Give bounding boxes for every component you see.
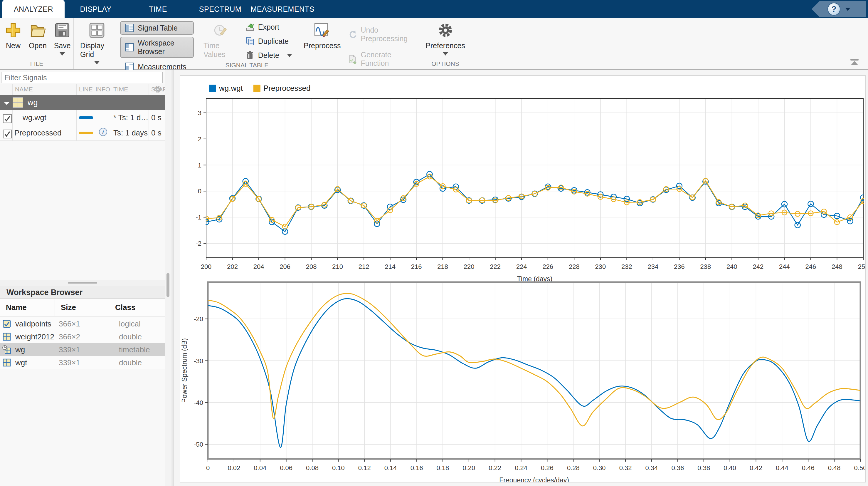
splitter-handle-icon[interactable] [68, 282, 97, 284]
duplicate-label: Duplicate [258, 37, 289, 46]
tab-time[interactable]: TIME [127, 0, 189, 18]
svg-text:236: 236 [674, 263, 685, 270]
svg-text:0.28: 0.28 [567, 464, 580, 471]
series-Preprocessed[interactable] [206, 177, 863, 227]
tab-measurements[interactable]: MEASUREMENTS [251, 0, 314, 18]
svg-text:0.24: 0.24 [515, 464, 527, 471]
svg-text:Power Spectrum (dB): Power Spectrum (dB) [181, 338, 188, 403]
workspace-browser-title: Workspace Browser [0, 286, 165, 298]
legend-swatch-Preprocessed[interactable] [253, 85, 260, 92]
scrollbar-thumb[interactable] [166, 273, 169, 297]
time-values-button[interactable]: Time Values [204, 21, 238, 59]
group-collapse-icon[interactable] [4, 102, 9, 105]
export-icon [245, 22, 255, 32]
variable-size: 339×1 [53, 345, 113, 354]
export-button[interactable]: Export [243, 21, 294, 33]
variable-class: logical [113, 319, 141, 328]
signal-row-wg.wgt[interactable]: wg.wgt* Ts: 1 d…0 s [0, 110, 165, 125]
svg-text:220: 220 [464, 263, 474, 270]
svg-text:0.38: 0.38 [698, 464, 710, 471]
svg-text:0.20: 0.20 [463, 464, 475, 471]
generate-function-button[interactable]: Generate Function [346, 49, 419, 69]
undo-preprocessing-icon [348, 30, 357, 39]
section-label-file: FILE [0, 60, 73, 69]
svg-text:246: 246 [805, 263, 816, 270]
ribbon-section-layout: Display Grid Signal Table Worksp [74, 18, 197, 69]
svg-text:210: 210 [332, 263, 343, 270]
preferences-button[interactable]: Preferences [426, 21, 465, 56]
signal-table-toggle[interactable]: Signal Table [120, 21, 194, 35]
tab-display[interactable]: DISPLAY [65, 0, 127, 18]
panel-divider[interactable] [172, 70, 174, 486]
display-grid-caret-icon[interactable] [94, 61, 99, 64]
column-header-time[interactable]: TIME [111, 84, 149, 95]
svg-text:-1: -1 [195, 213, 202, 221]
workspace-browser-toggle[interactable]: Workspace Browser [120, 37, 194, 58]
save-dropdown-caret-icon[interactable] [60, 52, 65, 56]
collapse-ribbon-icon[interactable] [848, 58, 860, 66]
signal-visible-checkbox[interactable] [3, 114, 12, 123]
tab-analyzer[interactable]: ANALYZER [2, 0, 65, 18]
undo-preprocessing-button[interactable]: Undo Preprocessing [346, 25, 419, 44]
workspace-row-validpoints[interactable]: validpoints366×1logical [0, 317, 165, 330]
svg-text:0.12: 0.12 [358, 464, 371, 471]
variable-size: 366×2 [53, 332, 113, 341]
help-icon[interactable]: ? [828, 3, 840, 16]
info-icon[interactable]: i [99, 127, 107, 138]
charts-svg[interactable]: 2002022042062082102122142162182202222242… [180, 76, 865, 482]
column-header-line[interactable]: LINE [76, 84, 93, 95]
workspace-row-wgt[interactable]: wgt339×1double [0, 356, 165, 369]
legend-label-wg.wgt[interactable]: wg.wgt [219, 84, 243, 92]
preferences-caret-icon[interactable] [443, 52, 448, 56]
workspace-column-name[interactable]: Name [0, 298, 55, 316]
series-wg.wgt[interactable] [208, 298, 860, 447]
workspace-row-wg[interactable]: wg339×1timetable [0, 343, 165, 356]
svg-text:0: 0 [206, 464, 210, 471]
panel-splitter[interactable] [0, 280, 165, 286]
table-settings-gear-icon[interactable] [153, 85, 162, 94]
display-grid-button[interactable]: Display Grid [80, 21, 114, 64]
series-wg.wgt[interactable] [206, 174, 863, 232]
tab-spectrum[interactable]: SPECTRUM [189, 0, 251, 18]
signal-line-swatch[interactable] [79, 132, 93, 134]
svg-text:1: 1 [198, 162, 202, 169]
new-button[interactable]: New [5, 21, 22, 50]
svg-text:222: 222 [490, 263, 501, 270]
signal-time-value: Ts: 1 days [113, 128, 148, 138]
svg-text:0.26: 0.26 [541, 464, 554, 471]
preprocess-button[interactable]: Preprocess [304, 21, 341, 50]
workspace-column-class[interactable]: Class [109, 298, 165, 316]
filter-signals-input[interactable] [1, 72, 163, 83]
signal-group-row[interactable]: wg [0, 95, 165, 110]
legend-label-Preprocessed[interactable]: Preprocessed [264, 84, 310, 92]
help-button[interactable]: ? [812, 1, 866, 17]
column-header-info[interactable]: INFO [93, 84, 111, 95]
display-grid-icon [88, 22, 105, 39]
column-header-name[interactable]: NAME [12, 84, 76, 95]
svg-text:0.42: 0.42 [750, 464, 762, 471]
save-button[interactable]: Save [54, 21, 71, 56]
signal-visible-checkbox[interactable] [3, 130, 12, 138]
new-icon [5, 22, 22, 39]
legend-swatch-wg.wgt[interactable] [209, 85, 216, 92]
delete-label: Delete [258, 51, 279, 60]
left-panel-scrollbar[interactable] [165, 70, 172, 486]
toolstrip-tab-bar: ANALYZERDISPLAYTIMESPECTRUMMEASUREMENTS … [0, 0, 868, 18]
time-values-icon [212, 22, 229, 39]
delete-button[interactable]: Delete [243, 49, 294, 61]
display-cell: 2002022042062082102122142162182202222242… [180, 75, 866, 483]
svg-text:208: 208 [306, 263, 317, 270]
preferences-label: Preferences [426, 41, 465, 50]
signal-line-swatch[interactable] [79, 116, 93, 119]
workspace-column-size[interactable]: Size [55, 298, 109, 316]
help-dropdown-caret-icon[interactable] [845, 8, 850, 11]
column-header-checkbox[interactable] [0, 84, 12, 95]
duplicate-button[interactable]: Duplicate [243, 35, 294, 47]
signal-row-Preprocessed[interactable]: PreprocessediTs: 1 days0 s [0, 125, 165, 141]
open-button[interactable]: Open [29, 21, 47, 50]
workspace-row-weight2012[interactable]: weight2012366×2double [0, 330, 165, 343]
svg-text:214: 214 [385, 263, 396, 270]
delete-caret-icon[interactable] [287, 54, 292, 57]
svg-text:0.46: 0.46 [802, 464, 814, 471]
svg-text:230: 230 [595, 263, 606, 270]
